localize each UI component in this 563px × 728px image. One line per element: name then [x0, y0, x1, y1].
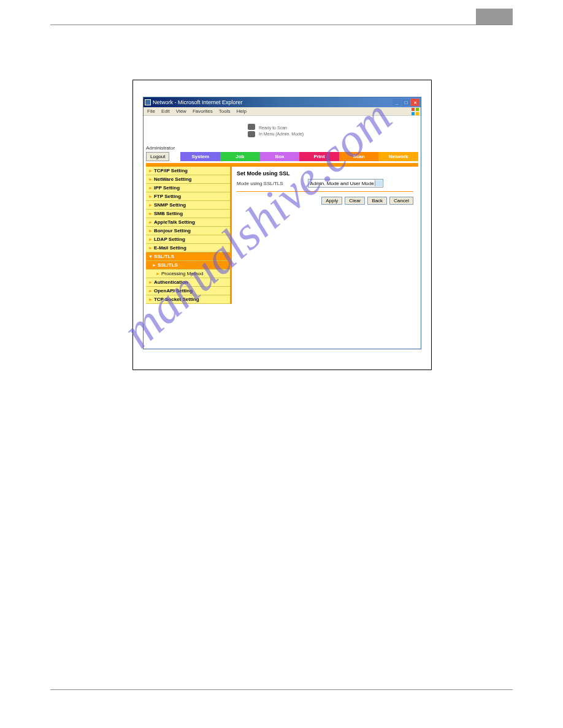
tab-system[interactable]: System [180, 152, 220, 161]
tab-scan[interactable]: Scan [339, 152, 379, 161]
minimize-button[interactable]: _ [393, 99, 401, 106]
sidebar-item-label: TCP/IP Setting [154, 168, 188, 173]
arrow-icon: ► [148, 194, 153, 199]
menu-help[interactable]: Help [236, 108, 246, 114]
status-menu: In Menu (Admin. Mode) [259, 132, 304, 136]
select-value: Admin. Mode and User Mode [310, 181, 374, 186]
maximize-button[interactable]: □ [402, 99, 410, 106]
sidebar-item-email[interactable]: ►E-Mail Setting [146, 244, 230, 252]
arrow-icon: ► [148, 246, 153, 250]
tab-network[interactable]: Network [378, 152, 418, 161]
menu-view[interactable]: View [176, 108, 186, 114]
cancel-button[interactable]: Cancel [389, 197, 413, 205]
sidebar-item-label: Authentication [154, 279, 188, 285]
sidebar-item-label: Processing Method [161, 271, 203, 276]
menu-edit[interactable]: Edit [161, 108, 170, 114]
printer-icon [248, 131, 255, 137]
arrow-icon: ► [148, 297, 153, 301]
page-tab [476, 9, 513, 25]
arrow-down-icon: ▼ [148, 254, 153, 259]
form-row: Mode using SSL/TLS Admin. Mode and User … [237, 179, 413, 188]
arrow-icon: ► [148, 177, 153, 181]
arrow-icon: ► [148, 186, 153, 190]
sidebar-item-label: TCP Socket Setting [154, 297, 199, 302]
admin-label: Administrator [144, 145, 421, 152]
sidebar-item-label: E-Mail Setting [154, 245, 186, 251]
window-title: Network - Microsoft Internet Explorer [153, 99, 243, 105]
sidebar-item-tcpip[interactable]: ►TCP/IP Setting [146, 167, 230, 175]
titlebar: Network - Microsoft Internet Explorer _ … [144, 97, 421, 107]
sidebar-item-netware[interactable]: ►NetWare Setting [146, 175, 230, 184]
page-bottom-rule [50, 689, 513, 690]
back-button[interactable]: Back [367, 197, 387, 205]
sidebar-item-ssl-child[interactable]: ►SSL/TLS [146, 261, 230, 270]
sidebar-item-label: FTP Setting [154, 194, 181, 199]
close-button[interactable]: × [411, 99, 419, 106]
arrow-icon: ► [152, 263, 156, 267]
sidebar-item-snmp[interactable]: ►SNMP Setting [146, 201, 230, 210]
sidebar-item-ssl-parent[interactable]: ▼SSL/TLS [146, 252, 230, 261]
window-controls: _ □ × [393, 99, 419, 106]
sidebar-item-label: IPP Setting [154, 185, 180, 191]
mode-select[interactable]: Admin. Mode and User Mode [308, 179, 383, 188]
sidebar-item-processing[interactable]: ►Processing Method [146, 270, 230, 278]
sidebar-item-label: SMB Setting [154, 211, 183, 216]
page-top-rule [50, 25, 513, 25]
status-ready: Ready to Scan [259, 126, 304, 130]
sidebar-item-tcpsocket[interactable]: ►TCP Socket Setting [146, 295, 230, 304]
tab-job[interactable]: Job [220, 152, 260, 161]
printer-icon [248, 124, 255, 130]
menu-file[interactable]: File [147, 108, 155, 114]
sidebar-item-label: SNMP Setting [154, 202, 186, 208]
button-row: Apply Clear Back Cancel [237, 197, 413, 205]
arrow-icon: ► [156, 271, 160, 276]
clear-button[interactable]: Clear [345, 197, 365, 205]
sidebar-item-appletalk[interactable]: ►AppleTalk Setting [146, 218, 230, 227]
sidebar-item-label: LDAP Setting [154, 237, 185, 242]
main-panel: Set Mode using SSL Mode using SSL/TLS Ad… [232, 167, 418, 304]
panel-title: Set Mode using SSL [237, 170, 413, 176]
arrow-icon: ► [148, 169, 153, 173]
sidebar-item-ldap[interactable]: ►LDAP Setting [146, 235, 230, 244]
status-area: Ready to Scan In Menu (Admin. Mode) [144, 116, 421, 145]
sidebar-item-label: Bonjour Setting [154, 228, 191, 233]
sidebar-item-label: OpenAPI Setting [154, 288, 193, 294]
menu-favorites[interactable]: Favorites [193, 108, 213, 114]
tab-row: Logout System Job Box Print Scan Network [144, 152, 421, 161]
arrow-icon: ► [148, 211, 153, 216]
apply-button[interactable]: Apply [321, 197, 342, 205]
arrow-icon: ► [148, 289, 153, 293]
screenshot-frame: Network - Microsoft Internet Explorer _ … [132, 80, 432, 370]
arrow-icon: ► [148, 229, 153, 233]
tab-box[interactable]: Box [260, 152, 300, 161]
sidebar-item-label: SSL/TLS [158, 262, 178, 268]
ie-icon [145, 99, 151, 105]
sidebar-item-bonjour[interactable]: ►Bonjour Setting [146, 227, 230, 235]
arrow-icon: ► [148, 280, 153, 284]
divider [237, 191, 413, 192]
mode-label: Mode using SSL/TLS [237, 181, 283, 186]
content-area: ►TCP/IP Setting ►NetWare Setting ►IPP Se… [144, 167, 421, 304]
arrow-icon: ► [148, 203, 153, 207]
sidebar-item-openapi[interactable]: ►OpenAPI Setting [146, 287, 230, 295]
sidebar-item-label: NetWare Setting [154, 176, 192, 182]
browser-window: Network - Microsoft Internet Explorer _ … [143, 97, 421, 349]
sidebar-item-label: AppleTalk Setting [154, 219, 195, 225]
sidebar-item-label: SSL/TLS [154, 254, 174, 259]
sidebar-item-ipp[interactable]: ►IPP Setting [146, 184, 230, 192]
logout-button[interactable]: Logout [146, 152, 169, 161]
sidebar: ►TCP/IP Setting ►NetWare Setting ►IPP Se… [146, 167, 232, 304]
sidebar-item-ftp[interactable]: ►FTP Setting [146, 192, 230, 201]
menu-tools[interactable]: Tools [219, 108, 231, 114]
tab-print[interactable]: Print [299, 152, 339, 161]
menubar: File Edit View Favorites Tools Help [144, 107, 421, 116]
arrow-icon: ► [148, 220, 153, 224]
sidebar-item-smb[interactable]: ►SMB Setting [146, 210, 230, 218]
sidebar-item-authentication[interactable]: ►Authentication [146, 278, 230, 287]
arrow-icon: ► [148, 237, 153, 241]
windows-logo-icon [411, 107, 419, 116]
